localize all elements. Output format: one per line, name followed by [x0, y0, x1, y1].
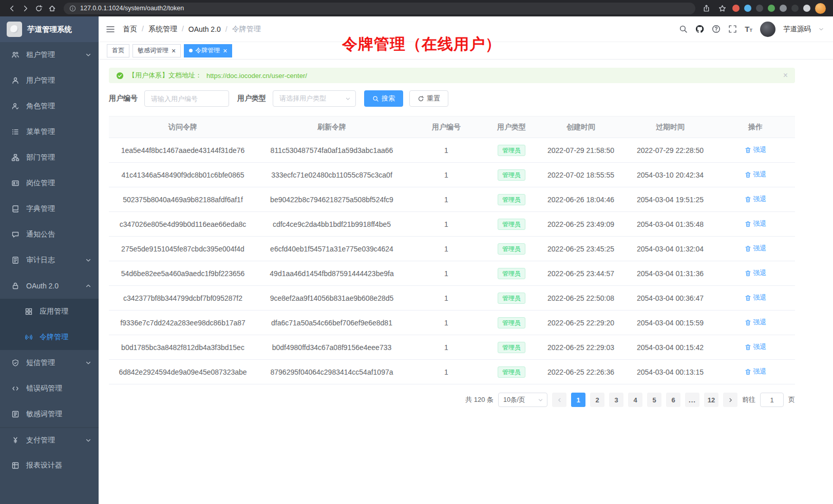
page-button[interactable]: 6: [666, 393, 680, 407]
logo-image: [7, 22, 22, 37]
close-icon[interactable]: ×: [223, 47, 227, 54]
site-info-icon[interactable]: [69, 5, 76, 12]
force-logout-button[interactable]: 强退: [745, 244, 767, 253]
force-logout-button[interactable]: 强退: [745, 268, 767, 278]
extension-icon[interactable]: [803, 5, 810, 12]
user-icon: [11, 76, 20, 85]
user-type-select[interactable]: 请选择用户类型: [273, 90, 356, 107]
force-logout-button[interactable]: 强退: [745, 367, 767, 376]
force-logout-button[interactable]: 强退: [745, 342, 767, 352]
access-token-cell: c342377bf8b344799dcbf7bf095287f2: [109, 286, 257, 311]
sidebar-item[interactable]: 字典管理: [0, 196, 99, 222]
user-type-cell: 管理员: [486, 335, 537, 360]
sidebar-item[interactable]: 应用管理: [0, 299, 99, 324]
breadcrumb-item[interactable]: 系统管理: [148, 25, 188, 34]
sidebar-item[interactable]: 岗位管理: [0, 170, 99, 196]
extension-icon[interactable]: [756, 5, 763, 12]
token-table: 访问令牌刷新令牌用户编号用户类型创建时间过期时间操作 1ea5e44f8bc14…: [109, 116, 795, 384]
app-logo[interactable]: 芋道管理系统: [0, 16, 99, 42]
sidebar-item[interactable]: 审计日志: [0, 247, 99, 273]
table-row: 54d6be82ee5a460a9aedc1f9bf223656 49d1aa4…: [109, 261, 795, 286]
browser-forward-icon[interactable]: [18, 2, 32, 14]
breadcrumb-item[interactable]: OAuth 2.0: [188, 25, 232, 33]
sidebar-item[interactable]: 短信管理: [0, 350, 99, 376]
sidebar-item[interactable]: 令牌管理: [0, 324, 99, 350]
extension-icon[interactable]: [744, 5, 751, 12]
help-icon[interactable]: [712, 25, 721, 33]
screen: 127.0.0.1:1024/system/oauth2/token 芋道管理系…: [0, 0, 833, 504]
topbar: 首页系统管理OAuth 2.0令牌管理 TT 芋道源码: [99, 16, 833, 42]
expire-time-cell: 2054-03-04 00:15:59: [624, 311, 716, 335]
prev-page-button[interactable]: [552, 393, 566, 407]
chevron-down-icon: [345, 96, 351, 102]
page-size-select[interactable]: 10条/页: [498, 393, 547, 407]
breadcrumb-item[interactable]: 首页: [123, 25, 148, 34]
extension-icon[interactable]: [780, 5, 787, 12]
alert-close-icon[interactable]: ×: [783, 71, 788, 80]
menu-icon: [11, 128, 20, 136]
browser-reload-icon[interactable]: [32, 2, 45, 14]
tab[interactable]: 敏感词管理 ×: [132, 44, 181, 57]
browser-profile-avatar[interactable]: [815, 3, 826, 14]
browser-home-icon[interactable]: [45, 2, 59, 14]
reset-button[interactable]: 重置: [409, 90, 448, 107]
search-icon[interactable]: [679, 25, 688, 33]
github-icon[interactable]: [695, 25, 704, 33]
force-logout-button[interactable]: 强退: [745, 170, 767, 179]
page-button[interactable]: ...: [685, 393, 699, 407]
sidebar-item[interactable]: 支付管理: [0, 427, 99, 453]
alert-link[interactable]: https://doc.iocoder.cn/user-center/: [206, 72, 307, 80]
caret-down-icon[interactable]: [819, 27, 824, 32]
sidebar-item[interactable]: 错误码管理: [0, 376, 99, 401]
bookmark-star-icon[interactable]: [716, 2, 728, 14]
sidebar-item[interactable]: 通知公告: [0, 222, 99, 247]
breadcrumb-item[interactable]: 令牌管理: [232, 25, 261, 34]
user-id-cell: 1: [407, 261, 486, 286]
access-token-cell: 6d842e2924594de9a09e45e087323abe: [109, 360, 257, 384]
goto-page-input[interactable]: [760, 393, 784, 407]
page-button[interactable]: 12: [704, 393, 718, 407]
page-button[interactable]: 5: [647, 393, 661, 407]
created-time-cell: 2022-07-29 21:58:50: [537, 138, 624, 163]
page-button[interactable]: 1: [571, 393, 585, 407]
sidebar-item[interactable]: 报表设计器: [0, 453, 99, 478]
user-avatar[interactable]: [760, 22, 775, 37]
user-id-input[interactable]: [144, 90, 229, 107]
browser-back-icon[interactable]: [5, 2, 18, 14]
sidebar-item[interactable]: 敏感词管理: [0, 401, 99, 427]
page-size-value: 10条/页: [503, 396, 538, 404]
extension-icon[interactable]: [732, 5, 740, 12]
force-logout-button[interactable]: 强退: [745, 318, 767, 327]
sidebar-item[interactable]: 用户管理: [0, 68, 99, 93]
created-time-cell: 2022-06-25 22:26:36: [537, 360, 624, 384]
force-logout-button[interactable]: 强退: [745, 293, 767, 302]
sidebar-item[interactable]: 租户管理: [0, 42, 99, 68]
page-button[interactable]: 4: [628, 393, 642, 407]
tab[interactable]: 首页: [107, 44, 129, 57]
extension-icon[interactable]: [768, 5, 775, 12]
sidebar-item[interactable]: 部门管理: [0, 145, 99, 170]
page-button[interactable]: 3: [609, 393, 623, 407]
close-icon[interactable]: ×: [172, 47, 176, 54]
table-row: 41c41346a548490f9dc8b01c6bfe0865 333ecfc…: [109, 163, 795, 187]
notice-icon: [11, 230, 20, 239]
username[interactable]: 芋道源码: [783, 25, 811, 34]
sidebar-collapse-icon[interactable]: [106, 25, 115, 34]
search-button[interactable]: 搜索: [364, 90, 403, 107]
column-header: 访问令牌: [109, 117, 257, 138]
next-page-button[interactable]: [723, 393, 737, 407]
force-logout-button[interactable]: 强退: [745, 145, 767, 154]
share-icon[interactable]: [701, 2, 712, 14]
font-size-icon[interactable]: TT: [745, 25, 752, 33]
extension-icon[interactable]: [791, 5, 799, 12]
fullscreen-icon[interactable]: [728, 25, 737, 33]
tab[interactable]: 令牌管理 ×: [184, 44, 232, 57]
force-logout-button[interactable]: 强退: [745, 219, 767, 228]
refresh-token-cell: 8796295f04064c2983414cc54af1097a: [257, 360, 407, 384]
page-button[interactable]: 2: [590, 393, 604, 407]
sidebar-item[interactable]: 菜单管理: [0, 119, 99, 145]
force-logout-button[interactable]: 强退: [745, 195, 767, 204]
sidebar-item[interactable]: 角色管理: [0, 93, 99, 119]
browser-url-bar[interactable]: 127.0.0.1:1024/system/oauth2/token: [64, 3, 695, 14]
sidebar-item[interactable]: OAuth 2.0: [0, 273, 99, 299]
